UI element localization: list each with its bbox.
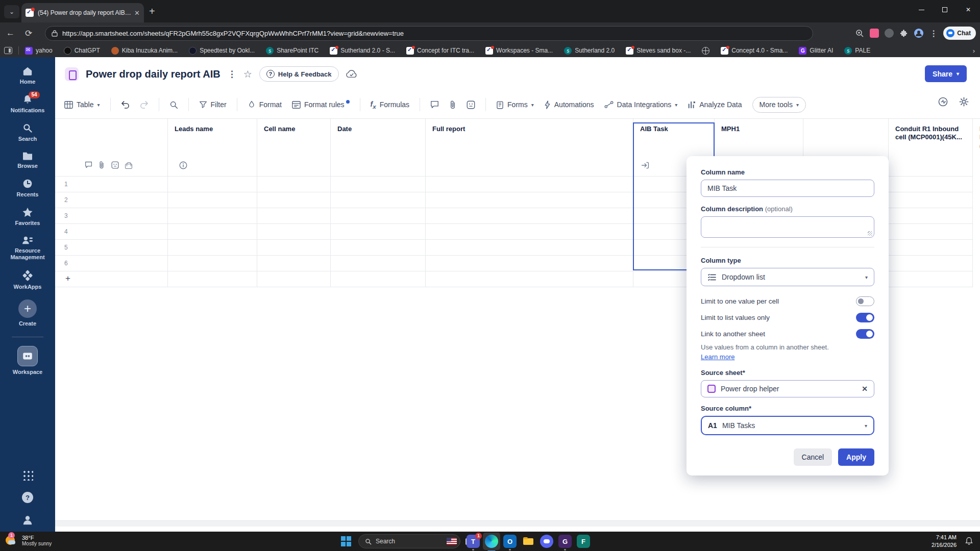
- info-icon[interactable]: [179, 161, 187, 169]
- tab-close-icon[interactable]: ✕: [134, 9, 140, 17]
- search-button[interactable]: [169, 101, 178, 109]
- comment-column-icon[interactable]: [85, 161, 92, 168]
- favorite-star-icon[interactable]: ☆: [243, 68, 252, 80]
- row-number[interactable]: 4: [64, 228, 80, 235]
- attachments-button[interactable]: [449, 101, 456, 109]
- sidebar-item-notifications[interactable]: 54 Notifications: [0, 94, 55, 114]
- bookmark-item[interactable]: ChatGPT: [64, 47, 100, 55]
- side-panel-icon[interactable]: [4, 47, 12, 54]
- row-number[interactable]: 3: [64, 212, 80, 219]
- start-button[interactable]: [341, 536, 351, 546]
- refresh-icon[interactable]: ⟳: [25, 28, 32, 39]
- address-bar[interactable]: https://app.smartsheet.com/sheets/qFR2pG…: [45, 26, 813, 41]
- redo-button[interactable]: [140, 101, 149, 109]
- bookmark-item[interactable]: GGlitter AI: [799, 47, 833, 55]
- column-header[interactable]: MPH1: [721, 125, 793, 133]
- sidebar-item-browse[interactable]: Browse: [0, 151, 55, 170]
- new-tab-button[interactable]: +: [149, 6, 155, 16]
- view-switcher-table[interactable]: Table▾: [64, 101, 100, 109]
- source-sheet-input[interactable]: Power drop helper ✕: [701, 380, 874, 397]
- gimp-app-icon[interactable]: G: [558, 535, 572, 548]
- browser-tab[interactable]: (54) Power drop daily report AIB - S ✕: [21, 3, 144, 22]
- sidebar-item-search[interactable]: Search: [0, 123, 55, 143]
- maximize-button[interactable]: [933, 0, 957, 19]
- notification-bell-icon[interactable]: [965, 537, 973, 545]
- column-header[interactable]: Cell name: [264, 125, 325, 133]
- profile-avatar[interactable]: [914, 28, 924, 38]
- chat-button[interactable]: Chat: [943, 27, 976, 40]
- sidebar-item-home[interactable]: Home: [0, 66, 55, 86]
- source-column-select[interactable]: A1 MIB Tasks ▾: [701, 416, 874, 435]
- help-icon[interactable]: ?: [22, 492, 33, 503]
- horizontal-scrollbar[interactable]: [55, 520, 980, 527]
- sidebar-item-workapps[interactable]: WorkApps: [0, 270, 55, 291]
- toggle-limit-list-values[interactable]: [856, 313, 874, 322]
- sheet-menu-icon[interactable]: ⋮: [228, 69, 236, 80]
- bookmark-item[interactable]: Concept for ITC tra...: [406, 47, 474, 55]
- column-header[interactable]: Date: [337, 125, 419, 133]
- sidebar-item-resource-management[interactable]: Resource Management: [0, 236, 55, 262]
- comments-button[interactable]: [430, 101, 439, 109]
- analyze-data-button[interactable]: Analyze Data: [688, 101, 742, 109]
- activity-icon[interactable]: [938, 97, 948, 107]
- column-name-input[interactable]: MIB Task: [701, 180, 874, 197]
- back-icon[interactable]: ←: [6, 28, 15, 38]
- row-number[interactable]: 5: [64, 244, 80, 251]
- apply-button[interactable]: Apply: [838, 448, 874, 466]
- tab-search-button[interactable]: ⌄: [4, 5, 19, 18]
- row-number[interactable]: 2: [64, 196, 80, 204]
- close-button[interactable]: ✕: [957, 0, 980, 19]
- column-header[interactable]: Conduit R1 Inbound cell (MCP0001)(45K...: [895, 125, 964, 142]
- extension-icon[interactable]: [870, 29, 879, 38]
- sidebar-item-workspace[interactable]: Workspace: [0, 346, 55, 376]
- bookmark-item[interactable]: Steves sand box -...: [626, 47, 691, 55]
- undo-button[interactable]: [121, 101, 130, 109]
- clear-icon[interactable]: ✕: [862, 385, 868, 393]
- attachment-column-icon[interactable]: [99, 161, 105, 169]
- sidebar-item-favorites[interactable]: Favorites: [0, 207, 55, 227]
- bookmark-item[interactable]: Concept 4.0 - Sma...: [721, 47, 788, 55]
- formulas-button[interactable]: fx Formulas: [371, 100, 410, 110]
- extensions-puzzle-icon[interactable]: [899, 29, 908, 38]
- column-description-input[interactable]: [701, 216, 874, 238]
- column-header[interactable]: Full report: [432, 125, 585, 133]
- bookmark-item[interactable]: Speedtest by Ookl...: [189, 47, 255, 55]
- bookmark-item[interactable]: [702, 47, 709, 55]
- row-number[interactable]: 6: [64, 260, 80, 267]
- cancel-button[interactable]: Cancel: [794, 448, 832, 466]
- file-explorer-icon[interactable]: [522, 535, 535, 548]
- browser-menu-icon[interactable]: ⋮: [929, 29, 938, 38]
- sidebar-item-create[interactable]: + Create: [0, 299, 55, 328]
- bookmark-item[interactable]: sSharePoint ITC: [266, 47, 318, 55]
- apps-grid-icon[interactable]: [22, 469, 33, 481]
- zoom-icon[interactable]: [855, 29, 864, 38]
- weather-widget[interactable]: 1 38°F Mostly sunny: [4, 533, 52, 547]
- automations-button[interactable]: Automations: [544, 101, 594, 109]
- bookmarks-overflow-icon[interactable]: ›: [973, 47, 975, 55]
- column-type-select[interactable]: Dropdown list ▾: [701, 268, 874, 286]
- forms-app-icon[interactable]: F: [577, 535, 590, 548]
- toggle-link-another-sheet[interactable]: [856, 329, 874, 339]
- proofs-button[interactable]: [467, 101, 475, 109]
- bookmark-item[interactable]: sSutherland 2.0: [564, 47, 615, 55]
- sidebar-item-recents[interactable]: Recents: [0, 179, 55, 198]
- row-number[interactable]: 1: [64, 181, 80, 188]
- account-icon[interactable]: [22, 514, 33, 525]
- learn-more-link[interactable]: Learn more: [701, 353, 734, 361]
- toggle-limit-one-value[interactable]: [856, 296, 874, 306]
- teams-app-icon[interactable]: T: [467, 535, 480, 548]
- extension-icon[interactable]: [885, 29, 894, 38]
- bookmark-item[interactable]: sPALE: [844, 47, 870, 55]
- taskbar-search[interactable]: Search: [358, 534, 460, 548]
- column-header[interactable]: Leads name: [175, 125, 251, 133]
- edge-app-icon[interactable]: [483, 533, 500, 550]
- share-button[interactable]: Share ▾: [925, 65, 967, 82]
- bookmark-item[interactable]: Kiba Inuzuka Anim...: [111, 47, 178, 55]
- format-rules-button[interactable]: Format rules: [292, 101, 350, 109]
- filter-button[interactable]: Filter: [199, 101, 227, 109]
- proof-column-icon[interactable]: [111, 161, 119, 169]
- gear-icon[interactable]: [959, 97, 969, 107]
- more-tools-button[interactable]: More tools▾: [752, 97, 806, 113]
- bookmark-item[interactable]: Workspaces - Sma...: [485, 47, 553, 55]
- outlook-app-icon[interactable]: O: [503, 535, 517, 548]
